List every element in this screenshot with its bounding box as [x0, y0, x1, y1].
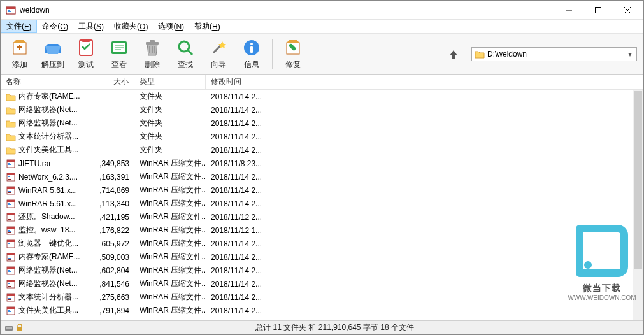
svg-rect-38 — [8, 178, 11, 178]
list-item[interactable]: 监控。wsw_18...32,176,822WinRAR 压缩文件...2018… — [1, 224, 643, 237]
file-date: 2018/11/14 2... — [206, 239, 269, 248]
file-type: WinRAR 压缩文件... — [134, 305, 206, 316]
find-button[interactable]: 查找 — [170, 36, 201, 72]
file-size: 10,791,894 — [99, 306, 134, 315]
file-size: 5,349,853 — [99, 159, 134, 168]
add-button[interactable]: 添加 — [4, 36, 35, 72]
file-date: 2018/11/14 2... — [206, 280, 269, 289]
file-type: WinRAR 压缩文件... — [134, 278, 206, 289]
svg-rect-56 — [7, 227, 15, 229]
column-name[interactable]: 名称 — [1, 75, 99, 89]
info-label: 信息 — [244, 59, 259, 70]
archive-icon — [6, 199, 16, 209]
wizard-button[interactable]: 向导 — [203, 36, 234, 72]
maximize-button[interactable] — [583, 1, 613, 20]
list-item[interactable]: 网络监视器(Net...文件夹2018/11/14 2... — [1, 117, 643, 130]
close-button[interactable] — [613, 1, 642, 20]
folder-icon — [6, 118, 16, 129]
extract-label: 解压到 — [41, 59, 64, 70]
column-size[interactable]: 大小 — [99, 75, 134, 89]
menu-f[interactable]: 文件(F) — [1, 20, 37, 33]
list-item[interactable]: 网络监视器(Net...文件夹2018/11/14 2... — [1, 103, 643, 117]
menu-n[interactable]: 选项(N) — [153, 20, 189, 33]
menu-o[interactable]: 收藏夹(O) — [109, 20, 153, 33]
svg-rect-64 — [8, 246, 11, 246]
menu-c[interactable]: 命令(C) — [37, 20, 73, 33]
view-button[interactable]: 查看 — [104, 36, 134, 72]
file-name: 网络监视器(Net... — [18, 278, 78, 289]
column-type[interactable]: 类型 — [134, 75, 206, 89]
list-item[interactable]: 文件夹美化工具...10,791,894WinRAR 压缩文件...2018/1… — [1, 304, 643, 317]
file-name: WinRAR 5.61.x... — [18, 199, 77, 208]
repair-button[interactable]: 修复 — [278, 36, 308, 72]
svg-rect-53 — [8, 218, 11, 218]
column-date[interactable]: 修改时间 — [206, 75, 269, 89]
file-date: 2018/11/14 2... — [206, 253, 269, 262]
up-button[interactable] — [443, 44, 464, 64]
svg-rect-72 — [8, 270, 10, 271]
file-date: 2018/11/14 2... — [206, 266, 269, 275]
list-item[interactable]: JIETU.rar5,349,853WinRAR 压缩文件...2018/11/… — [1, 157, 643, 170]
svg-rect-83 — [8, 298, 11, 299]
list-item[interactable]: WinRAR 5.61.x...3,113,340WinRAR 压缩文件...2… — [1, 197, 643, 210]
file-date: 2018/11/14 2... — [206, 199, 269, 208]
svg-rect-67 — [8, 257, 10, 257]
list-item[interactable]: 网络监视器(Net...3,841,546WinRAR 压缩文件...2018/… — [1, 277, 643, 290]
scrollbar-thumb[interactable] — [634, 91, 642, 269]
extract-button[interactable]: 解压到 — [38, 36, 68, 72]
svg-rect-82 — [8, 297, 10, 297]
file-size: 605,972 — [99, 239, 134, 248]
svg-rect-57 — [8, 230, 10, 231]
path-text: D:\weidown — [487, 50, 626, 59]
minimize-button[interactable] — [554, 1, 583, 20]
svg-rect-19 — [150, 40, 155, 43]
file-name: 网络监视器(Net... — [18, 118, 78, 129]
test-button[interactable]: 测试 — [71, 36, 101, 72]
file-date: 2018/11/14 2... — [206, 146, 269, 155]
svg-rect-76 — [7, 280, 15, 282]
list-item[interactable]: 文本统计分析器...文件夹2018/11/14 2... — [1, 130, 643, 143]
chevron-down-icon[interactable]: ▾ — [626, 50, 634, 59]
list-item[interactable]: 文本统计分析器...1,275,663WinRAR 压缩文件...2018/11… — [1, 290, 643, 304]
file-type: WinRAR 压缩文件... — [134, 238, 206, 249]
menu-s[interactable]: 工具(S) — [73, 20, 109, 33]
file-name: 文本统计分析器... — [18, 292, 78, 303]
list-item[interactable]: WinRAR 5.61.x...3,714,869WinRAR 压缩文件...2… — [1, 183, 643, 197]
list-body[interactable]: 内存专家(RAME...文件夹2018/11/14 2...网络监视器(Net.… — [1, 90, 643, 320]
info-icon — [241, 38, 262, 58]
list-item[interactable]: 浏览器一键优化...605,972WinRAR 压缩文件...2018/11/1… — [1, 237, 643, 250]
svg-rect-89 — [8, 313, 11, 313]
window-title: weidown — [20, 6, 554, 15]
list-item[interactable]: NetWorx_6.2.3....6,163,391WinRAR 压缩文件...… — [1, 170, 643, 183]
list-item[interactable]: 网络监视器(Net...4,602,804WinRAR 压缩文件...2018/… — [1, 264, 643, 277]
file-name: NetWorx_6.2.3.... — [18, 173, 78, 182]
list-item[interactable]: 文件夹美化工具...文件夹2018/11/14 2... — [1, 143, 643, 157]
svg-rect-74 — [8, 273, 11, 273]
file-type: 文件夹 — [134, 145, 206, 155]
list-item[interactable]: 内存专家(RAME...1,509,003WinRAR 压缩文件...2018/… — [1, 250, 643, 264]
file-size: 3,421,195 — [99, 213, 134, 222]
test-icon — [76, 38, 96, 58]
menu-h[interactable]: 帮助(H) — [189, 20, 225, 33]
file-name: 内存专家(RAME... — [18, 91, 80, 102]
path-combobox[interactable]: D:\weidown▾ — [471, 47, 637, 61]
svg-rect-63 — [8, 245, 11, 245]
file-date: 2018/11/14 2... — [206, 119, 269, 128]
file-date: 2018/11/8 23... — [206, 159, 269, 168]
svg-rect-5 — [596, 7, 601, 13]
list-item[interactable]: 还原。Shadow...3,421,195WinRAR 压缩文件...2018/… — [1, 210, 643, 224]
file-date: 2018/11/14 2... — [206, 293, 269, 302]
list-item[interactable]: 内存专家(RAME...文件夹2018/11/14 2... — [1, 90, 643, 103]
svg-rect-54 — [8, 219, 11, 220]
delete-button[interactable]: 删除 — [137, 36, 168, 72]
svg-rect-84 — [8, 299, 11, 300]
file-size: 3,714,869 — [99, 186, 134, 195]
wizard-label: 向导 — [211, 59, 226, 70]
svg-rect-71 — [7, 267, 15, 269]
svg-rect-42 — [8, 190, 10, 190]
vertical-scrollbar[interactable] — [633, 90, 643, 320]
disk-icon — [4, 324, 13, 332]
file-size: 3,113,340 — [99, 199, 134, 208]
info-button[interactable]: 信息 — [236, 36, 267, 72]
folder-icon — [475, 49, 485, 59]
